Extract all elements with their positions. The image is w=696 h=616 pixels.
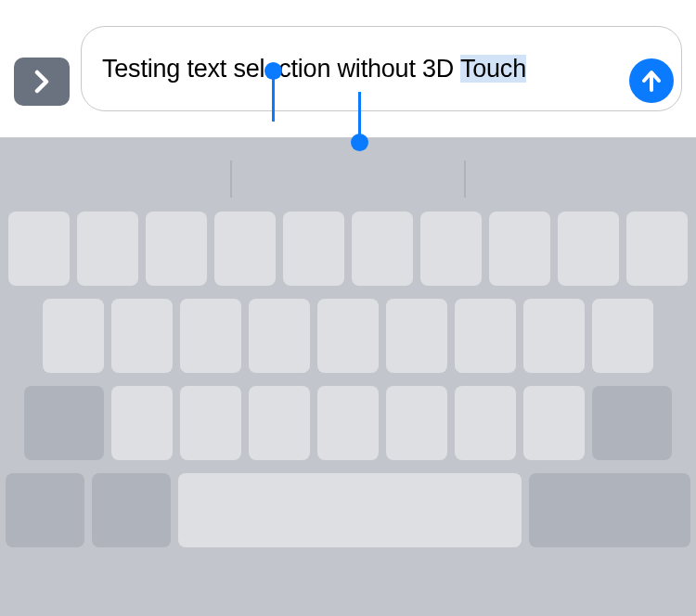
keyboard [0,137,696,616]
keyboard-key[interactable] [386,386,447,460]
keyboard-key[interactable] [249,299,310,373]
keyboard-row-2 [0,299,696,373]
space-key[interactable] [178,473,522,547]
keyboard-key[interactable] [626,212,688,286]
keyboard-key[interactable] [180,386,241,460]
keyboard-key[interactable] [8,212,70,286]
keyboard-key[interactable] [249,386,310,460]
emoji-key[interactable] [92,473,171,547]
keyboard-key[interactable] [420,212,482,286]
message-input-area: Testing text selection without 3D Touch [0,0,696,137]
return-key[interactable] [529,473,690,547]
message-text-input[interactable]: Testing text selection without 3D Touch [81,26,682,111]
suggestion-bar [0,147,696,212]
keyboard-key[interactable] [283,212,344,286]
keyboard-row-3 [0,386,696,460]
keyboard-key[interactable] [489,212,550,286]
keyboard-key[interactable] [43,299,104,373]
keyboard-key[interactable] [523,299,585,373]
arrow-up-icon [641,70,662,92]
shift-key[interactable] [24,386,104,460]
keyboard-key[interactable] [214,212,276,286]
keyboard-key[interactable] [317,299,379,373]
keyboard-key[interactable] [146,212,207,286]
send-button[interactable] [629,58,674,103]
backspace-key[interactable] [592,386,672,460]
selected-text: Touch [460,55,526,83]
keyboard-key[interactable] [111,386,173,460]
selection-end-caret[interactable] [358,92,361,140]
keyboard-key[interactable] [558,212,619,286]
keyboard-key[interactable] [352,212,413,286]
chevron-right-icon [34,70,49,94]
keyboard-key[interactable] [592,299,653,373]
keyboard-key[interactable] [77,212,138,286]
suggestion-divider [464,160,466,198]
keyboard-key[interactable] [455,386,516,460]
numbers-key[interactable] [6,473,84,547]
message-text-content: Testing text selection without 3D Touch [102,51,526,86]
expand-button[interactable] [14,58,70,106]
keyboard-key[interactable] [180,299,241,373]
keyboard-row-1 [0,212,696,286]
selection-start-caret[interactable] [272,73,275,122]
keyboard-key[interactable] [317,386,379,460]
suggestion-divider [230,160,232,198]
keyboard-key[interactable] [386,299,447,373]
keyboard-row-4 [0,473,696,547]
keyboard-key[interactable] [455,299,516,373]
keyboard-key[interactable] [523,386,585,460]
keyboard-key[interactable] [111,299,173,373]
